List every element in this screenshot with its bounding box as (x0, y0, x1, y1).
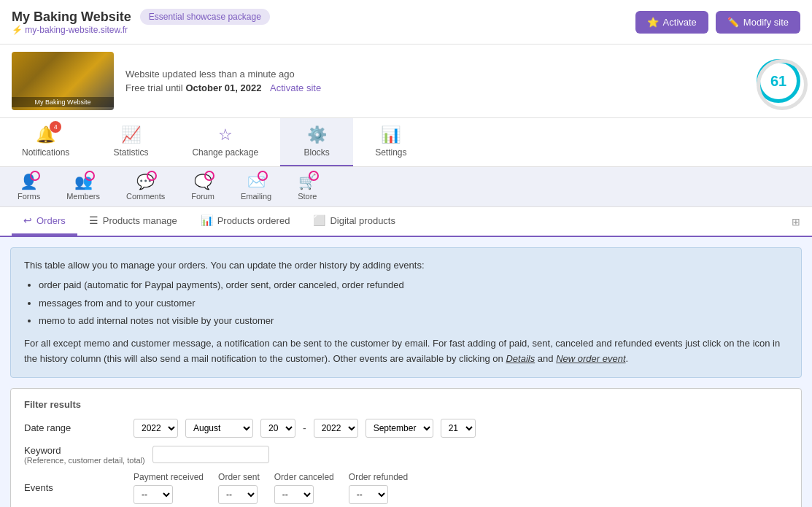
main-content: ↩ Orders ☰ Products manage 📊 Products or… (0, 207, 812, 507)
statistics-icon: 📈 (121, 125, 141, 144)
site-title: My Baking Website (12, 9, 131, 25)
emailing-label: Emailing (241, 192, 271, 201)
products-manage-icon: ☰ (89, 214, 98, 226)
order-sent-select[interactable]: --YesNo (218, 485, 258, 504)
comments-label: Comments (126, 192, 165, 201)
pencil-icon: ✏️ (727, 17, 739, 28)
new-order-link[interactable]: New order event (556, 353, 625, 364)
keyword-row: Keyword (Reference, customer detail, tot… (24, 445, 788, 465)
expand-icon[interactable]: ⊞ (792, 216, 800, 228)
order-canceled-item: Order canceled --YesNo (274, 472, 334, 504)
day-start-select[interactable]: 1819202122 (260, 419, 295, 438)
emailing-icon: ✉️ (247, 173, 266, 190)
month-end-select[interactable]: JanuaryFebruaryMarchAprilMayJuneJulyAugu… (366, 419, 433, 438)
update-text: Website updated less than a minute ago (125, 69, 321, 80)
events-row: Payment received --YesNo Order sent --Ye… (134, 472, 408, 504)
subtab-products-ordered[interactable]: 📊 Products ordered (189, 207, 302, 236)
products-ordered-label: Products ordered (217, 215, 290, 226)
thumbnail-label: My Baking Website (12, 97, 114, 107)
order-refunded-label: Order refunded (349, 472, 408, 482)
members-label: Members (66, 192, 100, 201)
sub-nav-forum[interactable]: 🗨️ Forum (185, 170, 220, 204)
info-intro: This table allow you to manage your orde… (24, 258, 788, 274)
score-value: 61 (770, 73, 786, 90)
month-start-select[interactable]: JanuaryFebruaryMarchAprilMayJuneJulyAugu… (185, 419, 253, 438)
trial-label: Free trial until (125, 82, 183, 93)
info-footer: For all except memo and customer message… (24, 336, 788, 367)
site-thumbnail: My Baking Website (12, 52, 114, 110)
info-list: order paid (automatic for Paypal payment… (39, 278, 788, 329)
site-info-left: My Baking Website Website updated less t… (12, 52, 321, 110)
package-badge: Essential showcase package (140, 9, 270, 25)
sub-nav-comments[interactable]: 💬 Comments (120, 170, 171, 204)
subtab-products-manage[interactable]: ☰ Products manage (77, 207, 189, 236)
year-end-select[interactable]: 20222021 (314, 419, 358, 438)
sub-nav-emailing[interactable]: ✉️ Emailing (235, 170, 277, 204)
trial-text: Free trial until October 01, 2022 Activa… (125, 82, 321, 93)
blocks-icon: ⚙️ (307, 125, 327, 144)
order-refunded-select[interactable]: --YesNo (349, 485, 388, 504)
products-ordered-icon: 📊 (201, 214, 213, 226)
digital-products-icon: ⬜ (313, 214, 325, 226)
title-area: my-baking-website.sitew.fr (12, 25, 270, 35)
star-icon: ⭐ (647, 17, 659, 28)
blocks-sub-nav: 👤 Forms 👥 Members 💬 Comments 🗨️ Forum ✉️… (0, 167, 812, 207)
star-icon: ☆ (218, 125, 233, 144)
store-badge-ring (309, 171, 319, 181)
subtab-orders[interactable]: ↩ Orders (12, 207, 77, 236)
tab-notifications[interactable]: 🔔 4 Notifications (0, 118, 91, 166)
payment-received-item: Payment received --YesNo (134, 472, 204, 504)
order-sent-label: Order sent (218, 472, 260, 482)
sub-nav-forms[interactable]: 👤 Forms (12, 170, 46, 204)
tab-settings-label: Settings (375, 147, 406, 158)
main-nav: 🔔 4 Notifications 📈 Statistics ☆ Change … (0, 118, 812, 167)
keyword-input[interactable] (152, 446, 269, 463)
trial-date: October 01, 2022 (185, 82, 261, 93)
notification-badge: 4 (50, 121, 61, 133)
forms-badge-ring (30, 171, 40, 181)
modify-site-button[interactable]: ✏️ Modify site (716, 11, 800, 34)
orders-label: Orders (36, 215, 66, 226)
forum-badge-ring (204, 171, 214, 181)
orders-icon: ↩ (23, 214, 32, 226)
sub-nav-members[interactable]: 👥 Members (61, 170, 106, 204)
period: . (626, 353, 629, 364)
products-manage-label: Products manage (103, 215, 177, 226)
info-item-3: memo to add internal notes not visible b… (39, 314, 788, 329)
and-text: and (538, 353, 554, 364)
activate-label: Activate (663, 17, 697, 28)
tab-statistics-label: Statistics (113, 147, 148, 158)
header: My Baking Website Essential showcase pac… (0, 0, 812, 44)
sub-nav-store[interactable]: 🛒 Store (292, 170, 322, 204)
payment-received-select[interactable]: --YesNo (134, 485, 173, 504)
events-label: Events (24, 482, 126, 493)
forum-label: Forum (191, 192, 214, 201)
site-info-bar: My Baking Website Website updated less t… (0, 44, 812, 118)
comments-badge-ring (147, 171, 157, 181)
order-canceled-select[interactable]: --YesNo (274, 485, 314, 504)
activate-button[interactable]: ⭐ Activate (635, 11, 708, 34)
order-sent-item: Order sent --YesNo (218, 472, 260, 504)
tab-settings[interactable]: 📊 Settings (353, 118, 428, 166)
filter-title: Filter results (24, 399, 788, 410)
tab-blocks[interactable]: ⚙️ Blocks (280, 118, 353, 166)
members-icon: 👥 (74, 173, 93, 190)
modify-label: Modify site (743, 17, 789, 28)
site-url[interactable]: my-baking-website.sitew.fr (12, 25, 270, 35)
activate-site-link[interactable]: Activate site (270, 82, 321, 93)
year-start-select[interactable]: 202220212020 (134, 419, 178, 438)
members-badge-ring (85, 171, 95, 181)
details-link[interactable]: Details (506, 353, 535, 364)
info-item-2: messages from and to your customer (39, 296, 788, 311)
comments-icon: 💬 (136, 173, 155, 190)
settings-icon: 📊 (381, 125, 401, 144)
score-circle: 61 (757, 59, 800, 103)
day-end-select[interactable]: 19202122 (441, 419, 476, 438)
notifications-icon: 🔔 4 (36, 125, 55, 144)
sub-tab-actions: ⊞ (792, 216, 800, 228)
payment-received-label: Payment received (134, 472, 204, 482)
header-left: My Baking Website Essential showcase pac… (12, 9, 270, 35)
subtab-digital-products[interactable]: ⬜ Digital products (301, 207, 407, 236)
tab-change-package[interactable]: ☆ Change package (170, 118, 280, 166)
tab-statistics[interactable]: 📈 Statistics (91, 118, 170, 166)
